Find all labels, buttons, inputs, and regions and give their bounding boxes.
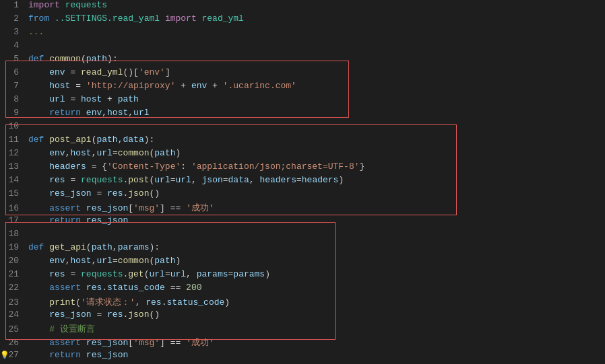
line-number: 9 (0, 108, 26, 118)
code-line: 13 headers = {'Content-Type': 'applicati… (0, 161, 605, 175)
code-line: 26 assert res_json['msg'] == '成功' (0, 336, 605, 350)
line-number: 16 (0, 203, 26, 213)
code-line: 25 # 设置断言 (0, 323, 605, 336)
code-line: 6 env = read_yml()['env'] (0, 67, 605, 81)
line-number: 4 (0, 40, 26, 50)
line-number: 19 (0, 242, 26, 252)
line-number: 6 (0, 67, 26, 77)
line-number: 24 (0, 310, 26, 320)
line-content: env,host,url=common(path) (26, 256, 605, 266)
code-line: 17 return res_json (0, 215, 605, 229)
code-line: 12 env,host,url=common(path) (0, 148, 605, 161)
line-number: 23 (0, 297, 26, 307)
line-content: host = 'http://apiproxy' + env + '.ucari… (26, 81, 605, 91)
code-line: 💡27 return res_json (0, 350, 605, 363)
line-content: print('请求状态：', res.status_code) (26, 296, 605, 308)
code-line: 14 res = requests.post(url=url, json=dat… (0, 175, 605, 188)
line-number: 15 (0, 188, 26, 198)
code-line: 8 url = host + path (0, 94, 605, 108)
line-content: return res_json (26, 215, 605, 225)
line-content: url = host + path (26, 94, 605, 104)
line-content: assert res_json['msg'] == '成功' (26, 202, 605, 214)
code-line: 9 return env,host,url (0, 108, 605, 121)
line-number: 20 (0, 256, 26, 266)
line-number: 7 (0, 81, 26, 91)
line-number: 13 (0, 161, 26, 172)
code-line: 23 print('请求状态：', res.status_code) (0, 296, 605, 310)
code-lines: 1import requests2from ..SETTINGS.read_ya… (0, 0, 605, 363)
line-content: headers = {'Content-Type': 'application/… (26, 161, 605, 172)
line-number: 25 (0, 324, 26, 334)
line-number: 17 (0, 215, 26, 225)
code-line: 5def common(path): (0, 54, 605, 67)
line-number: 10 (0, 121, 26, 131)
code-line: 10 (0, 121, 605, 135)
code-line: 3... (0, 27, 605, 40)
line-number: 1 (0, 0, 26, 10)
line-content: res = requests.post(url=url, json=data, … (26, 175, 605, 185)
code-line: 21 res = requests.get(url=url, params=pa… (0, 269, 605, 283)
line-content: def get_api(path,params): (26, 242, 605, 252)
code-line: 2from ..SETTINGS.read_yaml import read_y… (0, 13, 605, 27)
line-number: 26 (0, 338, 26, 348)
code-line: 20 env,host,url=common(path) (0, 256, 605, 269)
line-content: # 设置断言 (26, 323, 605, 335)
line-number: 11 (0, 135, 26, 145)
line-number: 22 (0, 283, 26, 293)
code-line: 4 (0, 40, 605, 54)
line-content: res_json = res.json() (26, 310, 605, 320)
line-number: 14 (0, 175, 26, 185)
line-content: assert res.status_code == 200 (26, 283, 605, 293)
line-content: from ..SETTINGS.read_yaml import read_ym… (26, 13, 605, 24)
code-line: 11def post_api(path,data): (0, 135, 605, 148)
code-editor: 1import requests2from ..SETTINGS.read_ya… (0, 0, 605, 364)
line-content: def common(path): (26, 54, 605, 64)
line-content: return res_json (26, 350, 605, 360)
line-content: assert res_json['msg'] == '成功' (26, 336, 605, 349)
line-content: ... (26, 27, 605, 37)
line-content: def post_api(path,data): (26, 135, 605, 145)
code-line: 15 res_json = res.json() (0, 188, 605, 202)
code-line: 19def get_api(path,params): (0, 242, 605, 256)
code-line: 1import requests (0, 0, 605, 13)
line-content: import requests (26, 0, 605, 10)
line-number: 18 (0, 229, 26, 239)
line-content: res = requests.get(url=url, params=param… (26, 269, 605, 279)
line-number: 8 (0, 94, 26, 104)
line-content: res_json = res.json() (26, 188, 605, 198)
code-line: 18 (0, 229, 605, 242)
code-line: 16 assert res_json['msg'] == '成功' (0, 202, 605, 215)
line-number: 12 (0, 148, 26, 158)
line-content: env,host,url=common(path) (26, 148, 605, 158)
lightbulb-icon[interactable]: 💡 (0, 351, 9, 359)
code-line: 24 res_json = res.json() (0, 310, 605, 323)
line-content: return env,host,url (26, 108, 605, 118)
line-number: 5 (0, 54, 26, 64)
line-number: 21 (0, 269, 26, 279)
code-line: 7 host = 'http://apiproxy' + env + '.uca… (0, 81, 605, 94)
line-content: env = read_yml()['env'] (26, 67, 605, 77)
line-number: 2 (0, 13, 26, 24)
code-line: 22 assert res.status_code == 200 (0, 283, 605, 296)
line-number: 3 (0, 27, 26, 37)
